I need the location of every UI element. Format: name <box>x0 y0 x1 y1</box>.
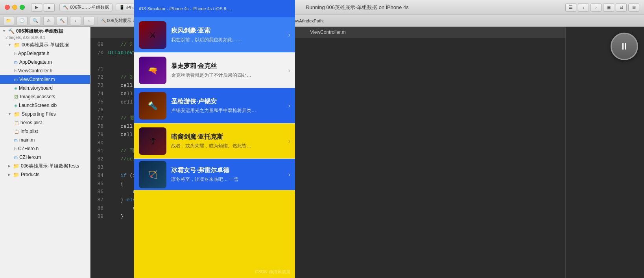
sidebar-item-info-plist[interactable]: 📋 Info.plist <box>0 127 90 136</box>
build-btn[interactable]: 🔨 <box>57 16 68 26</box>
h-icon: h <box>14 147 17 151</box>
issues-btn[interactable]: ⚠ <box>43 16 54 26</box>
chevron-icon-3: › <box>288 102 290 109</box>
hero-emoji-3: 🔦 <box>148 101 158 110</box>
m-icon: m <box>14 155 18 160</box>
scheme-icon: 🔨 <box>63 5 68 10</box>
simulator-row-4[interactable]: 🗡 暗裔剑魔·亚托克斯 战者，或为荣耀，或为烦恼。然此皆… › <box>134 123 295 159</box>
scheme-selector[interactable]: 🔨 006英……-单组数据 <box>59 3 113 11</box>
sidebar-products-label: Products <box>21 172 39 177</box>
sidebar-label: AppDelegate.h <box>18 51 49 56</box>
traffic-lights <box>5 5 25 10</box>
nav-forward[interactable]: › <box>83 16 94 26</box>
row2-title: 暴走萝莉·金克丝 <box>171 62 288 70</box>
h-icon: h <box>14 69 17 73</box>
sidebar-label: main.m <box>19 137 35 143</box>
nav-back[interactable]: ‹ <box>70 16 81 26</box>
project-meta: 2 targets, iOS SDK 8.1 <box>0 35 90 41</box>
sidebar-group1[interactable]: ▼ 📁 006英雄展示-单组数据 <box>0 41 90 49</box>
simulator-row-5[interactable]: 🏹 冰霜女弓·弗雷尔卓德 凛冬将至，让凛冬来临吧… 一雪 › <box>134 159 295 190</box>
back-btn[interactable]: ‹ <box>578 3 589 12</box>
sidebar-item-czhero-m[interactable]: m CZHero.m <box>0 153 90 162</box>
device-icon: 📱 <box>119 5 125 10</box>
row4-subtitle: 战者，或为荣耀，或为烦恼。然此皆… <box>171 143 288 149</box>
history-btn[interactable]: 🕐 <box>17 16 28 26</box>
layout-btn1[interactable]: ▣ <box>603 3 614 12</box>
minimize-button[interactable] <box>12 5 17 10</box>
hero-emoji-2: 🔫 <box>148 66 158 75</box>
sidebar-item-czhero-h[interactable]: h CZHero.h <box>0 144 90 153</box>
hero-emoji-1: ⚔ <box>149 30 156 40</box>
csdn-watermark: CSDN @清风清晨 <box>255 269 290 275</box>
chevron-icon-5: › <box>288 171 290 178</box>
pause-button[interactable]: ⏸ <box>611 33 638 60</box>
project-icon: 🔨 <box>8 28 15 34</box>
editor-filename: ViewController.m <box>310 29 345 35</box>
sidebar-supporting-files[interactable]: ▼ 📁 Supporting Files <box>0 110 90 118</box>
sidebar-item-main-storyboard[interactable]: ◈ Main.storyboard <box>0 84 90 92</box>
sidebar-item-appdelegate-h[interactable]: h AppDelegate.h <box>0 49 90 58</box>
sidebar-item-launchscreen[interactable]: ◈ LaunchScreen.xib <box>0 101 90 110</box>
xcode-icon: 🔨 <box>101 18 106 23</box>
sidebar-label: Images.xcassets <box>20 94 55 99</box>
row3-text: 圣枪游侠·卢锡安 卢锡安运用光之力量和手中双枪将异类… <box>171 98 288 114</box>
layout-btn3[interactable]: ⊠ <box>628 3 639 12</box>
sidebar-group1-label: 006英雄展示-单组数据 <box>22 42 69 48</box>
sidebar-item-appdelegate-m[interactable]: m AppDelegate.m <box>0 58 90 66</box>
toolbar-right-buttons: ☰ ‹ › ▣ ⊟ ⊠ <box>565 3 639 12</box>
title-bar: ▶ ■ 🔨 006英……-单组数据 📱 iPhone 4s Running 00… <box>0 0 644 15</box>
close-button[interactable] <box>5 5 10 10</box>
sidebar-item-viewcontroller-m[interactable]: m ViewController.m <box>0 75 90 84</box>
h-icon: h <box>14 52 17 56</box>
sidebar-label: LaunchScreen.xib <box>19 103 57 108</box>
forward-btn[interactable]: › <box>590 3 602 12</box>
folder-icon: 📁 <box>14 111 20 117</box>
sidebar-tests-label: 006英雄展示-单组数据Tests <box>21 163 79 169</box>
sidebar-item-images-xcassets[interactable]: 🖼 Images.xcassets <box>0 92 90 101</box>
maximize-button[interactable] <box>20 5 25 10</box>
row1-subtitle: 我在以前，以后的我也将如此…… <box>171 37 288 43</box>
sidebar-item-viewcontroller-h[interactable]: h ViewController.h <box>0 66 90 75</box>
run-button[interactable]: ▶ <box>31 3 42 12</box>
m-icon: m <box>14 138 18 142</box>
sidebar-label: Info.plist <box>20 129 38 134</box>
arrow-icon: ▶ <box>8 173 11 177</box>
sidebar: ▼ 🔨 006英雄展示-单组数据 2 targets, iOS SDK 8.1 … <box>0 27 90 278</box>
storyboard-icon: ◈ <box>14 86 17 91</box>
sidebar-label: Main.storyboard <box>19 85 53 91</box>
hero-image-2: 🔫 <box>139 57 166 84</box>
arrow-icon: ▼ <box>8 43 11 47</box>
sidebar-item-main-m[interactable]: m main.m <box>0 136 90 144</box>
row3-subtitle: 卢锡安运用光之力量和手中双枪将异类… <box>171 107 288 114</box>
sidebar-label: CZHero.h <box>18 146 39 151</box>
sidebar-tests[interactable]: ▶ 📁 006英雄展示-单组数据Tests <box>0 162 90 170</box>
hero-image-1: ⚔ <box>139 27 166 49</box>
hero-emoji-5: 🏹 <box>148 170 158 179</box>
stop-button[interactable]: ■ <box>44 3 55 12</box>
sidebar-products[interactable]: ▶ 📁 Products <box>0 170 90 179</box>
row2-subtitle: 金克丝活着就是为了不计后果的四处… <box>171 72 288 79</box>
chevron-icon-2: › <box>288 67 290 74</box>
m-icon: m <box>14 77 18 82</box>
sidebar-root-project[interactable]: ▼ 🔨 006英雄展示-单组数据 <box>0 27 90 35</box>
folder-btn[interactable]: 📁 <box>3 16 14 26</box>
secondary-toolbar: 📁 🕐 🔍 ⚠ 🔨 ‹ › 🔨 006英雄展示-单组数据 › 📁 006英雄展示… <box>0 15 644 27</box>
folder-icon: 📁 <box>14 42 20 48</box>
sidebar-label: ViewController.m <box>19 77 55 82</box>
simulator-overlay: iOS Simulator - iPhone 4s - iPhone 4s / … <box>134 27 295 278</box>
layout-btn2[interactable]: ⊟ <box>616 3 627 12</box>
plist-icon: 📋 <box>14 129 19 134</box>
chevron-icon-1: › <box>288 31 290 39</box>
jump-bar-btn[interactable]: ☰ <box>565 3 576 12</box>
xib-icon: ◈ <box>14 103 17 108</box>
simulator-row-3[interactable]: 🔦 圣枪游侠·卢锡安 卢锡安运用光之力量和手中双枪将异类… › <box>134 88 295 123</box>
sidebar-label: AppDelegate.m <box>19 59 52 65</box>
sep1 <box>98 17 98 25</box>
xcassets-icon: 🖼 <box>14 94 18 99</box>
sidebar-item-heros-plist[interactable]: 📋 heros.plist <box>0 118 90 127</box>
simulator-row-2[interactable]: 🔫 暴走萝莉·金克丝 金克丝活着就是为了不计后果的四处… › <box>134 53 295 88</box>
search-btn[interactable]: 🔍 <box>30 16 41 26</box>
simulator-row-1[interactable]: ⚔ 疾风剑豪·亚索 我在以前，以后的我也将如此…… › <box>134 27 295 53</box>
right-panel: ⏸ <box>565 27 644 278</box>
hero-image-5: 🏹 <box>139 161 166 188</box>
